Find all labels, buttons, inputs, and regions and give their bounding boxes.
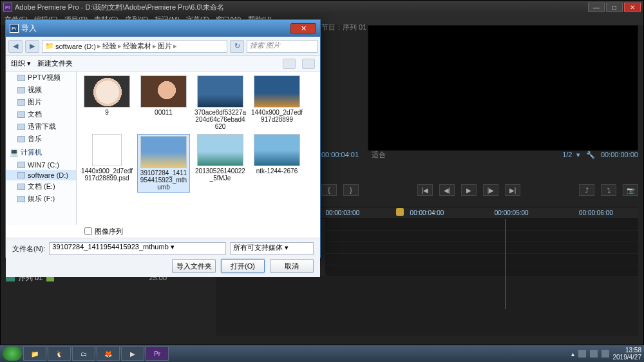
sidebar-drive-item[interactable]: software (D:) bbox=[6, 170, 76, 180]
taskbar-player-icon[interactable]: ▶ bbox=[121, 347, 144, 361]
nav-back-button[interactable]: ◀ bbox=[8, 40, 23, 53]
taskbar-firefox-icon[interactable]: 🦊 bbox=[97, 347, 120, 361]
extract-button[interactable]: ⤵ bbox=[601, 184, 616, 196]
organize-menu[interactable]: 组织 ▾ bbox=[11, 59, 31, 68]
file-item[interactable]: 00011 bbox=[137, 75, 190, 130]
mark-in-button[interactable]: { bbox=[321, 184, 337, 196]
export-frame-button[interactable]: 📷 bbox=[623, 184, 638, 196]
zoom-ratio[interactable]: 1/2 bbox=[562, 151, 572, 158]
image-sequence-label: 图像序列 bbox=[95, 227, 123, 236]
filename-input[interactable]: 39107284_1411954415923_mthumb ▾ bbox=[49, 242, 226, 255]
new-folder-button[interactable]: 新建文件夹 bbox=[37, 59, 73, 68]
tray-network-icon[interactable] bbox=[590, 350, 598, 357]
premiere-titlebar[interactable]: Pr Adobe Premiere Pro - D:\我的文档\Adobe\Pr… bbox=[1, 1, 643, 14]
taskbar-explorer-icon[interactable]: 📁 bbox=[23, 347, 46, 361]
file-name: 00011 bbox=[137, 109, 190, 116]
mark-out-button[interactable]: } bbox=[343, 184, 359, 196]
help-button[interactable] bbox=[302, 59, 315, 69]
dialog-sidebar: PPTV视频视频图片文档迅雷下载音乐💻 计算机WIN7 (C:)software… bbox=[6, 71, 77, 225]
nav-forward-button[interactable]: ▶ bbox=[25, 40, 39, 53]
file-grid[interactable]: 9 00011 370ace8df53227a204d64c76ebad4620… bbox=[77, 71, 320, 225]
program-footer: 00:00:04:01 适合 1/2 ▾ 🔧 00:00:00:00 bbox=[321, 149, 638, 160]
sidebar-library-item[interactable]: 音乐 bbox=[6, 133, 76, 145]
lift-button[interactable]: ⤴ bbox=[579, 184, 594, 196]
timeline-marker[interactable] bbox=[396, 208, 404, 216]
premiere-title: Adobe Premiere Pro - D:\我的文档\Adobe\Premi… bbox=[15, 3, 224, 12]
program-monitor[interactable] bbox=[368, 25, 638, 151]
refresh-button[interactable]: ↻ bbox=[230, 40, 244, 53]
file-name: 1440x900_2d7edf917d28899.psd bbox=[80, 167, 133, 182]
breadcrumb-segment[interactable]: 经验素材 bbox=[123, 41, 151, 51]
step-back-button[interactable]: ◀| bbox=[439, 184, 455, 196]
file-item[interactable]: 1440x900_2d7edf917d28899.psd bbox=[80, 134, 133, 193]
image-sequence-row: 图像序列 bbox=[6, 225, 320, 238]
import-folder-button[interactable]: 导入文件夹 bbox=[172, 259, 216, 273]
cancel-button[interactable]: 取消 bbox=[270, 259, 314, 273]
sidebar-library-item[interactable]: 图片 bbox=[6, 96, 76, 108]
taskbar-folder-icon[interactable]: 🗂 bbox=[72, 347, 95, 361]
fit-label[interactable]: 适合 bbox=[372, 150, 386, 160]
chevron-right-icon: ▸ bbox=[118, 42, 122, 50]
taskbar-qq-icon[interactable]: 🐧 bbox=[48, 347, 71, 361]
dialog-title-text: 导入 bbox=[21, 23, 37, 34]
dialog-titlebar[interactable]: Pr 导入 ✕ bbox=[6, 20, 320, 37]
taskbar-clock[interactable]: 13:58 2019/4/27 bbox=[613, 347, 642, 361]
sidebar-drive-item[interactable]: WIN7 (C:) bbox=[6, 160, 76, 170]
file-item[interactable]: 9 bbox=[80, 75, 133, 130]
breadcrumb-segment[interactable]: 经验 bbox=[102, 41, 117, 51]
folder-icon bbox=[17, 99, 25, 106]
minimize-button[interactable]: — bbox=[588, 3, 605, 12]
sidebar-library-item[interactable]: 迅雷下载 bbox=[6, 120, 76, 133]
folder-icon: 📁 bbox=[45, 42, 54, 50]
system-tray[interactable]: ▴ 13:58 2019/4/27 bbox=[571, 347, 642, 361]
chevron-right-icon: ▸ bbox=[97, 42, 101, 50]
image-sequence-checkbox[interactable] bbox=[84, 227, 92, 235]
sidebar-section-computer[interactable]: 💻 计算机 bbox=[6, 145, 76, 160]
start-button[interactable] bbox=[3, 347, 22, 361]
tray-volume-icon[interactable] bbox=[601, 350, 609, 357]
sidebar-drive-item[interactable]: 娱乐 (F:) bbox=[6, 193, 76, 205]
breadcrumb-segment[interactable]: 图片 bbox=[158, 41, 172, 51]
file-thumbnail bbox=[197, 134, 243, 166]
filename-label: 文件名(N): bbox=[12, 244, 45, 254]
sidebar-library-item[interactable]: PPTV视频 bbox=[6, 71, 76, 84]
folder-icon bbox=[17, 111, 25, 118]
go-to-in-button[interactable]: |◀ bbox=[417, 184, 433, 196]
dialog-nav: ◀ ▶ 📁software (D:) ▸ 经验 ▸ 经验素材 ▸ 图片 ▸ ↻ … bbox=[6, 37, 320, 56]
step-forward-button[interactable]: |▶ bbox=[483, 184, 498, 196]
drive-icon bbox=[17, 172, 25, 178]
go-to-out-button[interactable]: ▶| bbox=[505, 184, 520, 196]
file-filter-dropdown[interactable]: 所有可支持媒体 ▾ bbox=[230, 242, 314, 255]
file-thumbnail bbox=[197, 75, 243, 108]
search-input[interactable]: 搜索 图片 bbox=[247, 40, 317, 53]
play-button[interactable]: ▶ bbox=[461, 184, 477, 196]
windows-taskbar[interactable]: 📁 🐧 🗂 🦊 ▶ Pr ▴ 13:58 2019/4/27 bbox=[0, 345, 644, 362]
file-name: 370ace8df53227a204d64c76ebad4620 bbox=[194, 109, 247, 130]
file-item[interactable]: 370ace8df53227a204d64c76ebad4620 bbox=[194, 75, 247, 130]
sidebar-drive-item[interactable]: 文档 (E:) bbox=[6, 180, 76, 193]
sidebar-library-item[interactable]: 视频 bbox=[6, 84, 76, 96]
sidebar-library-item[interactable]: 文档 bbox=[6, 108, 76, 120]
file-item[interactable]: 20130526140022_5fMJe bbox=[194, 134, 247, 193]
file-item[interactable]: 39107284_1411954415923_mthumb bbox=[137, 134, 190, 193]
file-name: 9 bbox=[80, 109, 133, 116]
transport-controls: { } |◀ ◀| ▶ |▶ ▶| ⤴ ⤵ 📷 bbox=[321, 182, 638, 198]
tray-flag-icon[interactable] bbox=[578, 350, 586, 357]
maximize-button[interactable]: □ bbox=[606, 3, 623, 12]
close-button[interactable]: ✕ bbox=[624, 3, 641, 12]
file-thumbnail bbox=[254, 134, 300, 166]
tray-expand-icon[interactable]: ▴ bbox=[571, 350, 574, 357]
track-content[interactable] bbox=[325, 219, 638, 277]
file-item[interactable]: ntk-1244-2676 bbox=[251, 134, 303, 193]
taskbar-premiere-icon[interactable]: Pr bbox=[146, 347, 169, 361]
playhead[interactable] bbox=[506, 219, 506, 309]
open-button[interactable]: 打开(O) bbox=[221, 259, 265, 273]
dialog-close-button[interactable]: ✕ bbox=[290, 23, 316, 33]
file-thumbnail bbox=[84, 75, 130, 108]
program-tab[interactable]: 节目：序列 01 bbox=[321, 23, 366, 32]
view-options-button[interactable] bbox=[283, 59, 296, 69]
file-item[interactable]: 1440x900_2d7edf917d28899 bbox=[251, 75, 303, 130]
breadcrumb[interactable]: 📁software (D:) ▸ 经验 ▸ 经验素材 ▸ 图片 ▸ bbox=[42, 40, 227, 53]
file-thumbnail bbox=[140, 136, 187, 168]
breadcrumb-segment[interactable]: software (D:) bbox=[55, 43, 96, 50]
